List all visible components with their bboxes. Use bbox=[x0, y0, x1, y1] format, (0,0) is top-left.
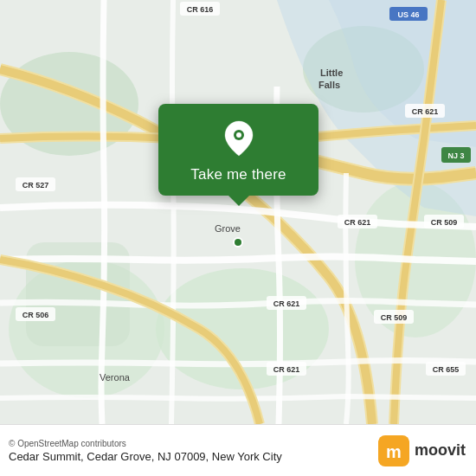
address-label: Cedar Summit, Cedar Grove, NJ 07009, New… bbox=[9, 450, 282, 463]
svg-point-37 bbox=[236, 132, 241, 138]
svg-text:CR 616: CR 616 bbox=[187, 5, 214, 14]
svg-text:Falls: Falls bbox=[318, 80, 340, 90]
svg-text:US 46: US 46 bbox=[397, 10, 419, 19]
svg-text:CR 527: CR 527 bbox=[23, 181, 49, 190]
osm-attribution: © OpenStreetMap contributors bbox=[9, 439, 282, 448]
svg-text:CR 621: CR 621 bbox=[412, 107, 439, 116]
svg-text:Verona: Verona bbox=[100, 372, 131, 383]
location-pin-icon bbox=[220, 119, 258, 158]
take-me-there-button[interactable]: Take me there bbox=[190, 166, 286, 183]
attribution-section: © OpenStreetMap contributors Cedar Summi… bbox=[9, 439, 282, 463]
svg-text:Little: Little bbox=[320, 68, 343, 78]
location-popup: Take me there bbox=[158, 104, 318, 196]
svg-text:CR 621: CR 621 bbox=[344, 218, 371, 227]
bottom-info-bar: © OpenStreetMap contributors Cedar Summi… bbox=[0, 424, 476, 476]
svg-text:CR 621: CR 621 bbox=[273, 365, 300, 374]
svg-text:m: m bbox=[386, 442, 402, 461]
svg-text:CR 506: CR 506 bbox=[23, 311, 49, 319]
svg-text:Grove: Grove bbox=[215, 223, 241, 234]
svg-text:CR 509: CR 509 bbox=[431, 218, 458, 227]
moovit-icon: m bbox=[378, 435, 409, 466]
svg-text:CR 655: CR 655 bbox=[433, 365, 460, 374]
map-view: CR 616 US 46 CR 527 CR 621 NJ 3 CR 621 C… bbox=[0, 0, 476, 424]
svg-text:CR 509: CR 509 bbox=[381, 313, 408, 322]
svg-point-35 bbox=[234, 238, 242, 247]
svg-text:NJ 3: NJ 3 bbox=[447, 151, 464, 160]
map-background: CR 616 US 46 CR 527 CR 621 NJ 3 CR 621 C… bbox=[0, 0, 476, 424]
svg-text:CR 621: CR 621 bbox=[273, 299, 300, 308]
moovit-logo: m moovit bbox=[378, 435, 466, 466]
moovit-brand-name: moovit bbox=[415, 441, 466, 460]
